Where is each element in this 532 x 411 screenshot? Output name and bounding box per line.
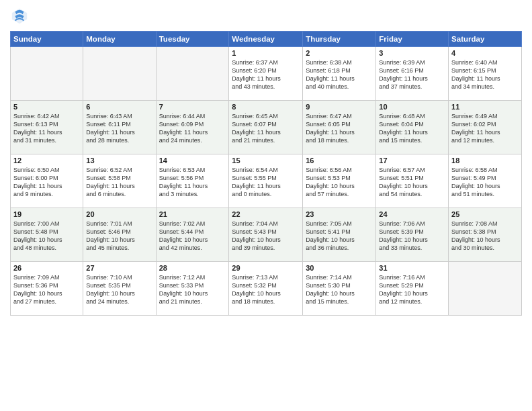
day-number: 24 [379,210,445,218]
day-number: 23 [306,210,373,218]
calendar-cell [449,262,522,316]
day-number: 18 [451,156,519,165]
calendar-cell: 31Sunrise: 7:16 AM Sunset: 5:29 PM Dayli… [376,262,449,316]
day-number: 5 [13,103,80,111]
day-info: Sunrise: 7:01 AM Sunset: 5:46 PM Dayligh… [86,220,152,253]
day-number: 9 [306,103,373,111]
calendar-cell [11,47,83,101]
calendar-cell: 29Sunrise: 7:13 AM Sunset: 5:32 PM Dayli… [229,262,303,316]
calendar-cell: 12Sunrise: 6:50 AM Sunset: 6:00 PM Dayli… [11,154,83,208]
logo [10,7,30,26]
calendar-table: SundayMondayTuesdayWednesdayThursdayFrid… [10,31,522,316]
calendar-cell: 13Sunrise: 6:52 AM Sunset: 5:58 PM Dayli… [83,154,156,208]
header-friday: Friday [376,32,449,47]
day-number: 13 [86,156,152,165]
header-sunday: Sunday [11,32,83,47]
day-number: 6 [86,103,152,111]
calendar-week-row: 19Sunrise: 7:00 AM Sunset: 5:48 PM Dayli… [11,208,522,262]
header-saturday: Saturday [449,32,522,47]
day-info: Sunrise: 6:47 AM Sunset: 6:05 PM Dayligh… [306,112,373,145]
calendar-cell [83,47,156,101]
page: SundayMondayTuesdayWednesdayThursdayFrid… [0,0,532,411]
header-wednesday: Wednesday [229,32,303,47]
day-info: Sunrise: 6:57 AM Sunset: 5:51 PM Dayligh… [379,166,445,199]
day-info: Sunrise: 6:40 AM Sunset: 6:15 PM Dayligh… [451,58,519,91]
calendar-cell: 9Sunrise: 6:47 AM Sunset: 6:05 PM Daylig… [303,101,376,154]
day-number: 20 [86,210,152,218]
calendar-week-row: 1Sunrise: 6:37 AM Sunset: 6:20 PM Daylig… [11,47,522,101]
calendar-cell: 8Sunrise: 6:45 AM Sunset: 6:07 PM Daylig… [229,101,303,154]
day-info: Sunrise: 6:42 AM Sunset: 6:13 PM Dayligh… [13,112,80,145]
calendar-cell: 30Sunrise: 7:14 AM Sunset: 5:30 PM Dayli… [303,262,376,316]
day-info: Sunrise: 6:37 AM Sunset: 6:20 PM Dayligh… [232,58,300,91]
calendar-cell: 3Sunrise: 6:39 AM Sunset: 6:16 PM Daylig… [376,47,449,101]
day-info: Sunrise: 6:50 AM Sunset: 6:00 PM Dayligh… [13,166,80,199]
calendar-week-row: 12Sunrise: 6:50 AM Sunset: 6:00 PM Dayli… [11,154,522,208]
day-info: Sunrise: 6:49 AM Sunset: 6:02 PM Dayligh… [451,112,519,145]
calendar-cell: 17Sunrise: 6:57 AM Sunset: 5:51 PM Dayli… [376,154,449,208]
calendar-cell: 18Sunrise: 6:58 AM Sunset: 5:49 PM Dayli… [449,154,522,208]
calendar-cell: 4Sunrise: 6:40 AM Sunset: 6:15 PM Daylig… [449,47,522,101]
day-number: 21 [159,210,226,218]
day-info: Sunrise: 7:08 AM Sunset: 5:38 PM Dayligh… [451,220,519,253]
calendar-cell: 14Sunrise: 6:53 AM Sunset: 5:56 PM Dayli… [156,154,229,208]
day-number: 17 [379,156,445,165]
day-number: 19 [13,210,80,218]
day-info: Sunrise: 6:39 AM Sunset: 6:16 PM Dayligh… [379,58,445,91]
day-info: Sunrise: 6:43 AM Sunset: 6:11 PM Dayligh… [86,112,152,145]
day-info: Sunrise: 7:10 AM Sunset: 5:35 PM Dayligh… [86,273,152,306]
day-info: Sunrise: 7:04 AM Sunset: 5:43 PM Dayligh… [232,220,300,253]
day-info: Sunrise: 7:02 AM Sunset: 5:44 PM Dayligh… [159,220,226,253]
day-info: Sunrise: 7:16 AM Sunset: 5:29 PM Dayligh… [379,273,445,306]
day-info: Sunrise: 7:06 AM Sunset: 5:39 PM Dayligh… [379,220,445,253]
calendar-week-row: 5Sunrise: 6:42 AM Sunset: 6:13 PM Daylig… [11,101,522,154]
day-info: Sunrise: 6:56 AM Sunset: 5:53 PM Dayligh… [306,166,373,199]
day-number: 2 [306,49,373,57]
day-number: 4 [451,49,519,57]
day-info: Sunrise: 6:53 AM Sunset: 5:56 PM Dayligh… [159,166,226,199]
day-info: Sunrise: 6:44 AM Sunset: 6:09 PM Dayligh… [159,112,226,145]
day-number: 22 [232,210,300,218]
calendar-cell: 15Sunrise: 6:54 AM Sunset: 5:55 PM Dayli… [229,154,303,208]
header-tuesday: Tuesday [156,32,229,47]
day-number: 31 [379,264,445,272]
logo-icon [10,7,29,26]
calendar-cell: 21Sunrise: 7:02 AM Sunset: 5:44 PM Dayli… [156,208,229,262]
header-monday: Monday [83,32,156,47]
day-info: Sunrise: 7:12 AM Sunset: 5:33 PM Dayligh… [159,273,226,306]
day-info: Sunrise: 6:52 AM Sunset: 5:58 PM Dayligh… [86,166,152,199]
day-info: Sunrise: 6:45 AM Sunset: 6:07 PM Dayligh… [232,112,300,145]
day-info: Sunrise: 7:13 AM Sunset: 5:32 PM Dayligh… [232,273,300,306]
calendar-cell: 10Sunrise: 6:48 AM Sunset: 6:04 PM Dayli… [376,101,449,154]
header [10,7,522,26]
day-number: 7 [159,103,226,111]
calendar-cell [156,47,229,101]
day-number: 16 [306,156,373,165]
day-info: Sunrise: 6:54 AM Sunset: 5:55 PM Dayligh… [232,166,300,199]
calendar-cell: 7Sunrise: 6:44 AM Sunset: 6:09 PM Daylig… [156,101,229,154]
day-info: Sunrise: 6:48 AM Sunset: 6:04 PM Dayligh… [379,112,445,145]
calendar-cell: 27Sunrise: 7:10 AM Sunset: 5:35 PM Dayli… [83,262,156,316]
header-thursday: Thursday [303,32,376,47]
calendar-cell: 26Sunrise: 7:09 AM Sunset: 5:36 PM Dayli… [11,262,83,316]
day-number: 15 [232,156,300,165]
day-info: Sunrise: 6:38 AM Sunset: 6:18 PM Dayligh… [306,58,373,91]
day-number: 25 [451,210,519,218]
calendar-cell: 22Sunrise: 7:04 AM Sunset: 5:43 PM Dayli… [229,208,303,262]
day-info: Sunrise: 7:00 AM Sunset: 5:48 PM Dayligh… [13,220,80,253]
calendar-cell: 28Sunrise: 7:12 AM Sunset: 5:33 PM Dayli… [156,262,229,316]
day-number: 27 [86,264,152,272]
calendar-cell: 11Sunrise: 6:49 AM Sunset: 6:02 PM Dayli… [449,101,522,154]
day-info: Sunrise: 7:09 AM Sunset: 5:36 PM Dayligh… [13,273,80,306]
day-number: 26 [13,264,80,272]
day-number: 28 [159,264,226,272]
calendar-cell: 16Sunrise: 6:56 AM Sunset: 5:53 PM Dayli… [303,154,376,208]
day-number: 3 [379,49,445,57]
calendar-cell: 19Sunrise: 7:00 AM Sunset: 5:48 PM Dayli… [11,208,83,262]
day-number: 12 [13,156,80,165]
day-number: 14 [159,156,226,165]
calendar-cell: 6Sunrise: 6:43 AM Sunset: 6:11 PM Daylig… [83,101,156,154]
day-number: 10 [379,103,445,111]
day-number: 8 [232,103,300,111]
day-number: 29 [232,264,300,272]
